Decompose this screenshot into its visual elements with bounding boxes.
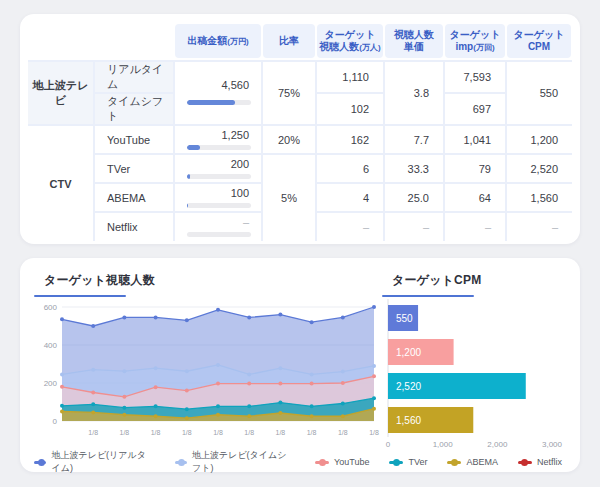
cell-imp-youtube: 1,041 — [444, 125, 506, 154]
svg-text:600: 600 — [44, 303, 58, 312]
cell-imp-abema: 64 — [444, 183, 506, 212]
header-target-viewers-line2: 視聴人数 — [319, 41, 359, 52]
spend-bar-youtube — [187, 145, 251, 150]
legend-item-2[interactable]: YouTube — [315, 457, 369, 467]
media-plan-table-card: 出稿金額(万円) 比率 ターゲット視聴人数(万人) 視聴人数単価 ターゲットim… — [20, 14, 580, 244]
cell-ratio-ctv-low: 5% — [262, 154, 316, 241]
cell-cpm-netflix: – — [506, 212, 572, 241]
header-unit-price-line1: 視聴人数 — [394, 29, 434, 41]
header-target-cpm-line2: CPM — [528, 41, 550, 53]
table-row: CTV YouTube 1,250 20% 162 7.7 1,041 1,20… — [28, 125, 572, 154]
spend-value-tver: 200 — [175, 158, 261, 170]
spend-bar-fill — [187, 203, 188, 208]
svg-text:1/8: 1/8 — [369, 429, 379, 436]
spend-value-netflix: – — [175, 216, 261, 228]
spend-bar-netflix — [187, 232, 251, 237]
legend-marker-icon — [447, 461, 461, 464]
svg-text:1/8: 1/8 — [276, 429, 286, 436]
cell-unit-price-abema: 25.0 — [384, 183, 444, 212]
bar-chart-block: ターゲットCPM 5501,2002,5201,56001,0002,0003,… — [382, 270, 578, 449]
bar-chart-title: ターゲットCPM — [382, 270, 578, 295]
svg-text:1/8: 1/8 — [244, 429, 254, 436]
row-label-tver: TVer — [94, 154, 174, 183]
cell-cpm-tv: 550 — [506, 61, 572, 125]
spend-value-tv: 4,560 — [175, 79, 261, 91]
cell-viewers-tver: 6 — [316, 154, 384, 183]
cell-ratio-tv: 75% — [262, 61, 316, 125]
svg-text:1,560: 1,560 — [396, 415, 421, 426]
cell-unit-price-tver: 33.3 — [384, 154, 444, 183]
legend-item-4[interactable]: ABEMA — [447, 457, 498, 467]
spend-bar-tv — [187, 100, 251, 105]
header-unit-price-line2: 単価 — [404, 41, 424, 53]
cell-imp-tver: 79 — [444, 154, 506, 183]
cell-spend-netflix: – — [174, 212, 262, 241]
legend-label: 地上波テレビ(リアルタイム) — [51, 449, 154, 475]
group-terrestrial-tv: 地上波テレビ — [28, 61, 94, 125]
spend-bar-fill — [187, 100, 235, 105]
legend-marker-icon — [34, 461, 46, 464]
area-chart-title: ターゲット視聴人数 — [34, 270, 382, 295]
group-ctv: CTV — [28, 125, 94, 241]
legend-marker-icon — [389, 461, 403, 464]
svg-text:1/8: 1/8 — [151, 429, 161, 436]
media-plan-table: 出稿金額(万円) 比率 ターゲット視聴人数(万人) 視聴人数単価 ターゲットim… — [28, 22, 572, 241]
header-target-imp: ターゲットimp(万回) — [444, 22, 506, 61]
table-row: 地上波テレビ リアルタイム 4,560 75% 1,110 3.8 7,593 … — [28, 61, 572, 93]
row-label-abema: ABEMA — [94, 183, 174, 212]
spend-bar-fill — [187, 145, 200, 150]
spend-bar-abema — [187, 203, 251, 208]
header-target-viewers: ターゲット視聴人数(万人) — [316, 22, 384, 61]
legend-item-3[interactable]: TVer — [389, 457, 427, 467]
cell-unit-price-tv: 3.8 — [384, 61, 444, 125]
svg-text:0: 0 — [386, 440, 391, 449]
header-target-cpm-line1: ターゲット — [514, 29, 565, 41]
svg-text:0: 0 — [53, 417, 58, 426]
legend-label: ABEMA — [466, 457, 498, 467]
legend-marker-icon — [518, 461, 532, 464]
header-target-cpm: ターゲットCPM — [506, 22, 572, 61]
area-chart: 02004006001/81/81/81/81/81/81/81/81/81/8 — [34, 297, 382, 449]
svg-text:1,000: 1,000 — [433, 440, 454, 449]
header-blank — [28, 22, 174, 61]
cell-spend-youtube: 1,250 — [174, 125, 262, 154]
area-chart-block: ターゲット視聴人数 02004006001/81/81/81/81/81/81/… — [34, 270, 382, 449]
svg-text:400: 400 — [44, 341, 58, 350]
svg-text:200: 200 — [44, 379, 58, 388]
header-target-imp-line2: imp — [455, 41, 473, 52]
legend-marker-icon — [175, 461, 187, 464]
table-row: TVer 200 5% 6 33.3 79 2,520 — [28, 154, 572, 183]
cell-viewers-netflix: – — [316, 212, 384, 241]
header-target-viewers-line1: ターゲット — [325, 29, 376, 41]
legend-item-5[interactable]: Netflix — [518, 457, 562, 467]
cell-viewers-realtime: 1,110 — [316, 61, 384, 93]
svg-text:1/8: 1/8 — [120, 429, 130, 436]
chart-legend: 地上波テレビ(リアルタイム)地上波テレビ(タイムシフト)YouTubeTVerA… — [34, 451, 562, 473]
cell-unit-price-netflix: – — [384, 212, 444, 241]
row-label-timeshift: タイムシフト — [94, 93, 174, 125]
header-target-imp-unit: (万回) — [473, 43, 494, 52]
row-label-realtime: リアルタイム — [94, 61, 174, 93]
svg-text:1/8: 1/8 — [338, 429, 348, 436]
header-spend-label: 出稿金額 — [187, 35, 227, 46]
legend-label: YouTube — [334, 457, 369, 467]
cell-spend-tver: 200 — [174, 154, 262, 183]
header-spend-unit: (万円) — [227, 37, 248, 46]
cell-viewers-youtube: 162 — [316, 125, 384, 154]
svg-text:1/8: 1/8 — [88, 429, 98, 436]
svg-text:1,200: 1,200 — [396, 347, 421, 358]
header-ratio-label: 比率 — [279, 35, 299, 47]
cell-imp-netflix: – — [444, 212, 506, 241]
cell-unit-price-youtube: 7.7 — [384, 125, 444, 154]
legend-item-1[interactable]: 地上波テレビ(タイムシフト) — [175, 449, 296, 475]
svg-text:2,520: 2,520 — [396, 381, 421, 392]
svg-text:550: 550 — [396, 313, 413, 324]
header-target-viewers-unit: (万人) — [359, 43, 380, 52]
cell-imp-timeshift: 697 — [444, 93, 506, 125]
row-label-youtube: YouTube — [94, 125, 174, 154]
spend-bar-tver — [187, 174, 251, 179]
svg-text:2,000: 2,000 — [487, 440, 508, 449]
cell-cpm-youtube: 1,200 — [506, 125, 572, 154]
cell-viewers-timeshift: 102 — [316, 93, 384, 125]
legend-item-0[interactable]: 地上波テレビ(リアルタイム) — [34, 449, 155, 475]
